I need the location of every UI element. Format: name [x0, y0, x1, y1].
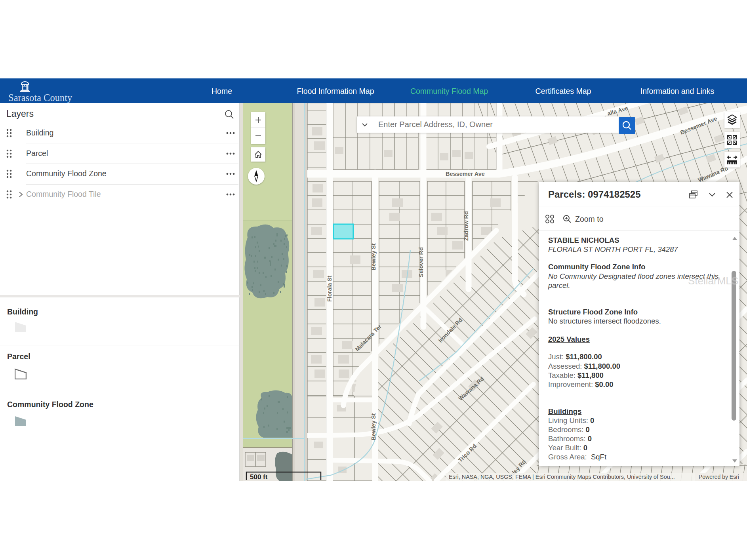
svg-text:Zadrow Rd: Zadrow Rd — [463, 211, 469, 241]
svg-text:500 ft: 500 ft — [250, 473, 268, 481]
svg-text:Florala St: Florala St — [326, 276, 333, 302]
svg-text:Selover Rd: Selover Rd — [418, 247, 424, 277]
svg-text:Bessemer Ave: Bessemer Ave — [446, 171, 485, 177]
svg-text:Bewley St: Bewley St — [370, 243, 377, 270]
svg-text:Bewley St: Bewley St — [370, 413, 377, 440]
